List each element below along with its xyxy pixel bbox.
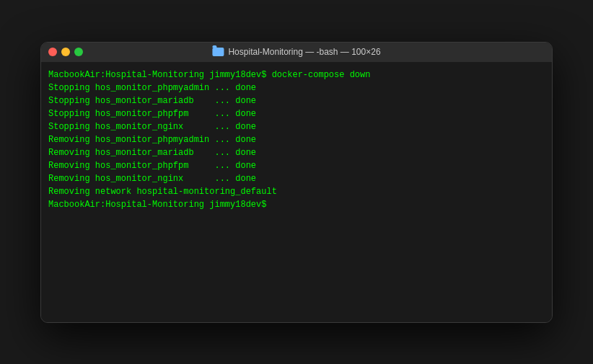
terminal-line-5: Removing hos_monitor_phpmyadmin ... done bbox=[48, 133, 545, 146]
title-area: Hospital-Monitoring — -bash — 100×26 bbox=[212, 47, 380, 57]
terminal-line-10: MacbookAir:Hospital-Monitoring jimmy18de… bbox=[48, 198, 545, 211]
terminal-line-8: Removing hos_monitor_nginx ... done bbox=[48, 172, 545, 185]
terminal-window: Hospital-Monitoring — -bash — 100×26 Mac… bbox=[40, 42, 553, 323]
terminal-line-9: Removing network hospital-monitoring_def… bbox=[48, 185, 545, 198]
terminal-line-6: Removing hos_monitor_mariadb ... done bbox=[48, 146, 545, 159]
traffic-lights bbox=[48, 48, 83, 56]
terminal-line-1: Stopping hos_monitor_phpmyadmin ... done bbox=[48, 81, 545, 94]
terminal-line-0: MacbookAir:Hospital-Monitoring jimmy18de… bbox=[48, 68, 545, 81]
window-title: Hospital-Monitoring — -bash — 100×26 bbox=[228, 47, 380, 57]
folder-icon bbox=[212, 48, 224, 56]
maximize-button[interactable] bbox=[74, 48, 83, 56]
close-button[interactable] bbox=[48, 48, 57, 56]
terminal-line-2: Stopping hos_monitor_mariadb ... done bbox=[48, 94, 545, 107]
terminal-line-3: Stopping hos_monitor_phpfpm ... done bbox=[48, 107, 545, 120]
terminal-line-7: Removing hos_monitor_phpfpm ... done bbox=[48, 159, 545, 172]
titlebar: Hospital-Monitoring — -bash — 100×26 bbox=[41, 43, 552, 63]
terminal-body[interactable]: MacbookAir:Hospital-Monitoring jimmy18de… bbox=[41, 63, 552, 322]
minimize-button[interactable] bbox=[61, 48, 70, 56]
terminal-line-4: Stopping hos_monitor_nginx ... done bbox=[48, 120, 545, 133]
